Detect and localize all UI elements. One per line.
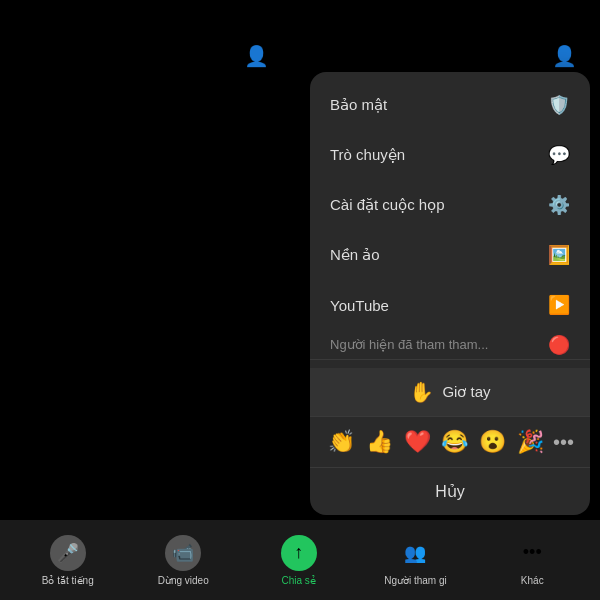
toolbar-more[interactable]: ••• Khác bbox=[502, 535, 562, 586]
emoji-more-button[interactable]: ••• bbox=[553, 431, 574, 454]
raise-hand-label: Giơ tay bbox=[442, 383, 490, 401]
chat-icon: 💬 bbox=[548, 144, 570, 166]
cancel-button[interactable]: Hủy bbox=[310, 467, 590, 515]
menu-item-chat[interactable]: Trò chuyện 💬 bbox=[310, 130, 590, 180]
mute-icon: 🎤 bbox=[50, 535, 86, 571]
emoji-thumbsup[interactable]: 👍 bbox=[364, 427, 395, 457]
avatar-1: 👤 bbox=[240, 40, 272, 72]
avatar-2: 👤 bbox=[548, 40, 580, 72]
cancel-label: Hủy bbox=[435, 482, 465, 501]
menu-item-virtual-bg[interactable]: Nền ảo 🖼️ bbox=[310, 230, 590, 280]
menu-item-youtube[interactable]: YouTube ▶️ bbox=[310, 280, 590, 330]
participants-label: Người tham gi bbox=[384, 575, 447, 586]
bottom-toolbar: 🎤 Bỏ tắt tiếng 📹 Dừng video ↑ Chia sẻ 👥 … bbox=[0, 520, 600, 600]
settings-icon: ⚙️ bbox=[548, 194, 570, 216]
participant-icon-1: 👤 bbox=[240, 40, 272, 72]
raise-hand-emoji: ✋ bbox=[409, 380, 434, 404]
toolbar-share[interactable]: ↑ Chia sẻ bbox=[269, 535, 329, 586]
menu-items-list: Bảo mật 🛡️ Trò chuyện 💬 Cài đặt cuộc họp… bbox=[310, 72, 590, 368]
emoji-party[interactable]: 🎉 bbox=[515, 427, 546, 457]
chat-label: Trò chuyện bbox=[330, 146, 405, 164]
menu-item-security[interactable]: Bảo mật 🛡️ bbox=[310, 80, 590, 130]
participant-icon-2: 👤 bbox=[548, 40, 580, 72]
toolbar-video[interactable]: 📹 Dừng video bbox=[153, 535, 213, 586]
emoji-heart[interactable]: ❤️ bbox=[402, 427, 433, 457]
menu-item-settings[interactable]: Cài đặt cuộc họp ⚙️ bbox=[310, 180, 590, 230]
more-label: Khác bbox=[521, 575, 544, 586]
share-label: Chia sẻ bbox=[282, 575, 316, 586]
settings-label: Cài đặt cuộc họp bbox=[330, 196, 445, 214]
security-label: Bảo mật bbox=[330, 96, 387, 114]
video-icon: 📹 bbox=[165, 535, 201, 571]
mute-label: Bỏ tắt tiếng bbox=[42, 575, 94, 586]
emoji-reactions-row: 👏 👍 ❤️ 😂 😮 🎉 ••• bbox=[310, 416, 590, 467]
toolbar-participants[interactable]: 👥 Người tham gi bbox=[384, 535, 447, 586]
raise-hand-button[interactable]: ✋ Giơ tay bbox=[310, 368, 590, 416]
video-label: Dừng video bbox=[158, 575, 209, 586]
security-icon: 🛡️ bbox=[548, 94, 570, 116]
youtube-label: YouTube bbox=[330, 297, 389, 314]
emoji-clap[interactable]: 👏 bbox=[326, 427, 357, 457]
share-icon: ↑ bbox=[281, 535, 317, 571]
more-icon: ••• bbox=[514, 535, 550, 571]
youtube-icon: ▶️ bbox=[548, 294, 570, 316]
emoji-wow[interactable]: 😮 bbox=[477, 427, 508, 457]
toolbar-mute[interactable]: 🎤 Bỏ tắt tiếng bbox=[38, 535, 98, 586]
menu-item-cutoff: Người hiện đã tham tham... 🔴 bbox=[310, 330, 590, 360]
virtual-bg-label: Nền ảo bbox=[330, 246, 380, 264]
participants-icon: 👥 bbox=[397, 535, 433, 571]
emoji-laugh[interactable]: 😂 bbox=[439, 427, 470, 457]
context-menu-panel: Bảo mật 🛡️ Trò chuyện 💬 Cài đặt cuộc họp… bbox=[310, 72, 590, 515]
virtual-bg-icon: 🖼️ bbox=[548, 244, 570, 266]
